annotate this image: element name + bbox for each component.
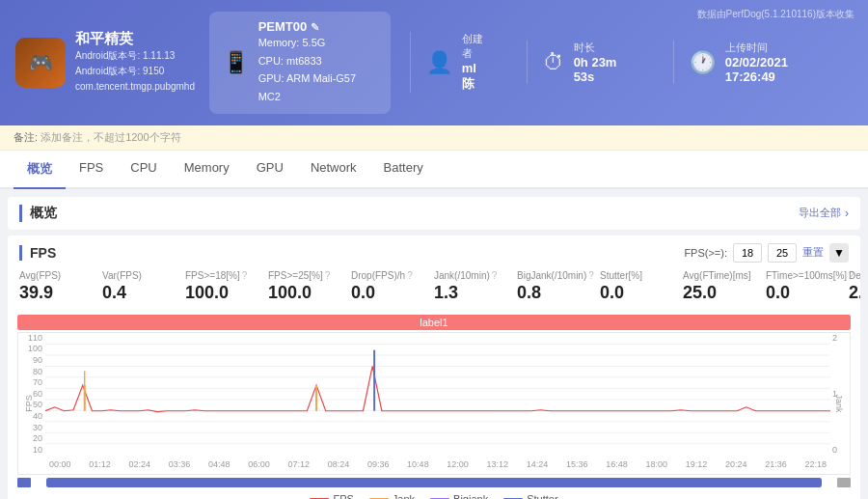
legend-stutter-label: Stutter [527, 493, 557, 499]
fps-header: FPS FPS(>=): 重置 ▼ [8, 236, 860, 266]
chart-inner [45, 333, 830, 455]
fps-val2-input[interactable] [768, 243, 797, 263]
metric-label: Avg(FTime)[ms] [683, 270, 750, 281]
upload-icon: 🕐 [690, 50, 716, 75]
fps-chart-area: label1 110100908070605040302010 FPS 210 … [8, 315, 860, 487]
creator-stat: 👤 创建者 ml 陈 [410, 32, 507, 93]
legend-jank-label: Jank [393, 493, 415, 499]
metric-value: 0.4 [102, 283, 170, 303]
metric-item: BigJank(/10min)?0.8 [517, 270, 584, 303]
device-name: PEMT00 ✎ [258, 19, 377, 34]
header: 🎮 和平精英 Android版本号: 1.11.13 Android版本号: 9… [0, 0, 868, 125]
metric-label: BigJank(/10min)? [517, 270, 584, 281]
duration-label: 时长 [574, 41, 638, 55]
nav-tabs: 概览 FPS CPU Memory GPU Network Battery [0, 151, 868, 189]
info-icon[interactable]: ? [588, 270, 594, 281]
device-memory: Memory: 5.5G [258, 34, 377, 52]
duration-value: 0h 23m 53s [574, 55, 638, 84]
device-icon: 📱 [223, 50, 249, 75]
device-details: PEMT00 ✎ Memory: 5.5G CPU: mt6833 GPU: A… [258, 19, 377, 106]
upload-info: 上传时间 02/02/2021 17:26:49 [725, 41, 837, 84]
tab-fps[interactable]: FPS [66, 151, 117, 189]
metric-label: FTime>=100ms[%]? [766, 270, 833, 281]
info-icon[interactable]: ? [242, 270, 248, 281]
legend-bigjank: Bigjank [430, 493, 488, 499]
metric-item: FTime>=100ms[%]?0.0 [766, 270, 833, 303]
info-icon[interactable]: ? [325, 270, 331, 281]
app-android-id: Android版本号: 9150 [75, 64, 195, 79]
metric-label: Stutter[%] [600, 270, 667, 281]
upload-value: 02/02/2021 17:26:49 [725, 55, 837, 84]
overview-title: 概览 [19, 205, 799, 222]
fps-chart-svg [45, 333, 830, 455]
tab-battery[interactable]: Battery [370, 151, 437, 189]
app-info: 🎮 和平精英 Android版本号: 1.11.13 Android版本号: 9… [15, 30, 190, 95]
fps-collapse-button[interactable]: ▼ [829, 243, 849, 263]
creator-value: ml 陈 [462, 61, 492, 93]
fps-section: FPS FPS(>=): 重置 ▼ Avg(FPS)39.9Var(FPS)0.… [8, 236, 860, 499]
metric-value: 0.0 [351, 283, 419, 303]
creator-label: 创建者 [462, 32, 492, 61]
info-icon[interactable]: ? [407, 270, 413, 281]
legend-fps: FPS [310, 493, 353, 499]
fps-reset-button[interactable]: 重置 [802, 245, 824, 260]
legend-bigjank-label: Bigjank [453, 493, 488, 499]
metric-item: Stutter[%]0.0 [600, 270, 667, 303]
metric-label: Delta(FTime)>100ms/h? [849, 270, 860, 281]
metric-value: 25.0 [683, 283, 750, 303]
metric-label: Var(FPS) [102, 270, 170, 281]
metric-value: 100.0 [268, 283, 336, 303]
export-button[interactable]: 导出全部 › [799, 206, 849, 220]
chart-y-label: FPS [24, 395, 34, 412]
timeline-area [17, 478, 851, 487]
fps-val1-input[interactable] [733, 243, 762, 263]
chart-x-axis: 00:0001:1202:2403:3604:4806:0007:1208:24… [45, 455, 830, 474]
fps-gte-label: FPS(>=): [684, 247, 727, 259]
chart-y-axis-left: 110100908070605040302010 [18, 333, 45, 455]
metric-item: FPS>=18[%]?100.0 [185, 270, 253, 303]
app-android-version: Android版本号: 1.11.13 [75, 48, 195, 64]
metric-item: Drop(FPS)/h?0.0 [351, 270, 419, 303]
metric-label: FPS>=18[%]? [185, 270, 253, 281]
tab-overview[interactable]: 概览 [14, 151, 66, 189]
tab-memory[interactable]: Memory [171, 151, 243, 189]
metric-item: Jank(/10min)?1.3 [434, 270, 502, 303]
metric-item: FPS>=25[%]?100.0 [268, 270, 336, 303]
notice-prefix: 备注: [14, 131, 41, 143]
fps-metrics-row: Avg(FPS)39.9Var(FPS)0.4FPS>=18[%]?100.0F… [8, 266, 860, 315]
app-icon: 🎮 [15, 38, 66, 88]
tab-cpu[interactable]: CPU [117, 151, 170, 189]
notice-bar: 备注: 添加备注，不超过1200个字符 [0, 125, 868, 151]
device-edit-icon[interactable]: ✎ [311, 21, 319, 33]
creator-info: 创建者 ml 陈 [462, 32, 492, 93]
chart-container: 110100908070605040302010 FPS 210 Jank [17, 332, 851, 475]
fps-legend: FPS Jank Bigjank Stutter [8, 489, 860, 499]
fps-controls: FPS(>=): 重置 [684, 243, 824, 263]
device-gpu: GPU: ARM Mali-G57 MC2 [258, 69, 377, 105]
info-icon[interactable]: ? [492, 270, 498, 281]
metric-label: Jank(/10min)? [434, 270, 502, 281]
legend-stutter: Stutter [503, 493, 557, 499]
app-name: 和平精英 [75, 30, 195, 48]
timeline-bar[interactable] [46, 478, 822, 487]
metric-label: Avg(FPS) [19, 270, 87, 281]
timeline-handle-right[interactable] [837, 478, 851, 487]
duration-info: 时长 0h 23m 53s [574, 41, 638, 84]
notice-text[interactable]: 添加备注，不超过1200个字符 [41, 131, 180, 143]
duration-stat: ⏱ 时长 0h 23m 53s [527, 41, 654, 84]
metric-label: FPS>=25[%]? [268, 270, 336, 281]
chevron-right-icon: › [845, 207, 849, 220]
metric-value: 100.0 [185, 283, 253, 303]
timeline-handle-left[interactable] [17, 478, 31, 487]
upload-stat: 🕐 上传时间 02/02/2021 17:26:49 [673, 41, 853, 84]
app-details: 和平精英 Android版本号: 1.11.13 Android版本号: 915… [75, 30, 195, 95]
metric-value: 1.3 [434, 283, 502, 303]
metric-value: 0.0 [766, 283, 833, 303]
creator-icon: 👤 [426, 50, 452, 75]
tab-network[interactable]: Network [297, 151, 370, 189]
tab-gpu[interactable]: GPU [243, 151, 297, 189]
duration-icon: ⏱ [543, 50, 564, 75]
app-package: com.tencent.tmgp.pubgmhd [75, 79, 195, 95]
metric-value: 0.0 [600, 283, 667, 303]
device-cpu: CPU: mt6833 [258, 52, 377, 70]
